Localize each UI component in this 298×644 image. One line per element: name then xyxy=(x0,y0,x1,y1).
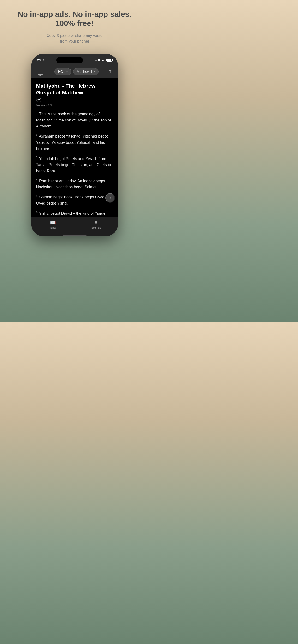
nav-pills: HG+ ▾ Matthew 1 ▾ xyxy=(54,68,99,75)
book-title: Matityahu - The Hebrew Gospel of Matthew… xyxy=(36,83,113,102)
status-bar: 2:07 ▲ xyxy=(32,54,118,66)
tab-bar: 📖 Bible ≡ Settings xyxy=(32,217,118,234)
promo-title: No in-app ads. No in-app sales. 100% fre… xyxy=(10,10,139,28)
phone-inner: 2:07 ▲ xyxy=(32,54,118,236)
nav-bar: HG+ ▾ Matthew 1 ▾ TT xyxy=(32,66,118,78)
font-size-button[interactable]: TT xyxy=(109,70,113,74)
chevron-down-icon: ▾ xyxy=(66,70,68,73)
bookmark-icon xyxy=(38,69,42,74)
phone-wrapper: 2:07 ▲ xyxy=(32,54,118,236)
tab-bible[interactable]: 📖 Bible xyxy=(32,220,75,229)
chapter-label: Matthew 1 xyxy=(77,70,92,74)
verse-5: 5 Salmon begot Boaz, Boaz begot Oved, Ov… xyxy=(36,194,113,206)
verse-text-4: 4 Ram begot Aminadav, Aminadav begot Nac… xyxy=(36,179,105,189)
content-area[interactable]: Matityahu - The Hebrew Gospel of Matthew… xyxy=(32,78,118,217)
comment-bubble-icon[interactable]: 💬 xyxy=(36,98,41,102)
settings-tab-label: Settings xyxy=(91,226,101,229)
status-time: 2:07 xyxy=(37,58,44,62)
chapter-pill[interactable]: Matthew 1 ▾ xyxy=(73,68,99,75)
promo-subtitle: Copy & paste or share any versefrom your… xyxy=(10,33,139,44)
verse-6: 6 Yishai begot Dawid – the king of Yisra… xyxy=(36,210,113,217)
version-text: Version 2.3 xyxy=(36,104,113,107)
verse-text-6: 6 Yishai begot Dawid – the king of Yisra… xyxy=(36,211,107,217)
verse-text-2: 2 Avraham begot Yitschaq, Yitschaq begot… xyxy=(36,134,108,150)
verse-3: 3 Yehudah begot Perets and Zerach from T… xyxy=(36,156,113,174)
comment-icon-2[interactable]: ○ xyxy=(89,119,93,122)
verse-1: 1 This is the book of the genealogy of M… xyxy=(36,111,113,130)
verse-text: 1 This is the book of the genealogy of M… xyxy=(36,112,111,128)
settings-tab-icon: ≡ xyxy=(95,220,98,225)
battery-icon xyxy=(106,59,112,62)
signal-dots-icon xyxy=(95,59,100,61)
wifi-icon: ▲ xyxy=(101,58,105,62)
version-pill[interactable]: HG+ ▾ xyxy=(54,68,71,75)
bible-tab-label: Bible xyxy=(50,226,56,229)
home-indicator xyxy=(32,234,118,236)
phone-frame: 2:07 ▲ xyxy=(32,54,118,236)
verse-2: 2 Avraham begot Yitschaq, Yitschaq begot… xyxy=(36,133,113,152)
dynamic-island xyxy=(56,57,83,64)
bookmark-button[interactable] xyxy=(36,68,44,76)
verse-4: 4 Ram begot Aminadav, Aminadav begot Nac… xyxy=(36,178,113,190)
verse-text-3: 3 Yehudah begot Perets and Zerach from T… xyxy=(36,157,112,173)
scroll-arrow-button[interactable]: › xyxy=(105,193,115,203)
comment-icon-1[interactable]: ○ xyxy=(54,119,57,122)
status-icons: ▲ xyxy=(95,58,112,62)
version-label: HG+ xyxy=(58,70,65,74)
verse-text-5: 5 Salmon begot Boaz, Boaz begot Oved, Ov… xyxy=(36,195,106,205)
font-size-icon: TT xyxy=(109,70,113,74)
tab-settings[interactable]: ≡ Settings xyxy=(75,220,118,229)
chevron-down-icon-2: ▾ xyxy=(94,70,95,73)
bible-tab-icon: 📖 xyxy=(50,220,56,226)
home-bar xyxy=(63,234,87,236)
arrow-right-icon: › xyxy=(110,195,111,200)
promo-section: No in-app ads. No in-app sales. 100% fre… xyxy=(0,0,149,49)
